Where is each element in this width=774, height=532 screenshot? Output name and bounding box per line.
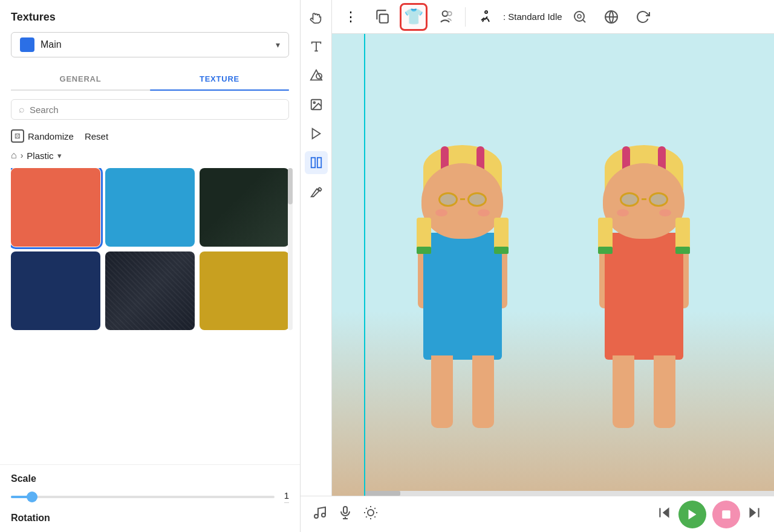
- animation-label: : Standard Idle: [503, 11, 562, 22]
- rotation-label: Rotation: [11, 513, 289, 524]
- library-tool[interactable]: [305, 151, 328, 174]
- shirt-icon: 👕: [404, 7, 423, 26]
- viewport: [332, 34, 774, 496]
- rotate-icon: [636, 10, 650, 24]
- search-row: ⌕: [0, 91, 300, 123]
- breadcrumb: ⌂ › Plastic ▾: [0, 148, 300, 166]
- texture-swatch-4[interactable]: [11, 251, 100, 330]
- globe-icon: [604, 10, 619, 24]
- bottom-left-icons: [313, 505, 378, 524]
- texture-swatch-3[interactable]: [200, 168, 289, 247]
- hand-tool[interactable]: [305, 6, 328, 29]
- rotation-section: Rotation: [0, 507, 300, 532]
- svg-point-22: [368, 510, 374, 516]
- avatar-icon: [437, 9, 453, 25]
- chevron-down-icon[interactable]: ▾: [57, 151, 62, 160]
- randomize-button[interactable]: ⚄ Randomize: [11, 129, 74, 143]
- paint-tool[interactable]: [305, 180, 328, 203]
- shapes-tool[interactable]: [305, 64, 328, 87]
- tab-general[interactable]: GENERAL: [11, 68, 150, 89]
- play-button[interactable]: [678, 501, 706, 528]
- animation-idle-button[interactable]: [472, 3, 499, 31]
- main-dropdown[interactable]: Main ▾: [11, 32, 289, 57]
- horizontal-scrollbar[interactable]: [364, 491, 774, 496]
- svg-point-14: [574, 11, 584, 21]
- duplicate-icon: [374, 9, 390, 25]
- scrollbar-track[interactable]: [288, 168, 293, 330]
- slider-underline: 1: [284, 490, 289, 503]
- breadcrumb-category: Plastic: [27, 151, 53, 161]
- search-box: ⌕: [11, 99, 289, 120]
- scale-value: 1: [284, 490, 289, 501]
- stop-button[interactable]: [712, 501, 740, 528]
- bottom-controls: [301, 496, 774, 532]
- svg-point-5: [313, 102, 315, 103]
- scale-slider[interactable]: [11, 496, 275, 498]
- svg-line-29: [366, 516, 366, 517]
- svg-rect-10: [380, 14, 388, 22]
- more-icon: ⋮: [344, 9, 357, 25]
- texture-swatch-5[interactable]: [105, 251, 195, 330]
- image-tool[interactable]: [305, 93, 328, 116]
- svg-marker-6: [312, 129, 320, 139]
- scrollbar-thumb[interactable]: [288, 168, 293, 204]
- texture-swatch-6[interactable]: [200, 251, 289, 330]
- svg-rect-8: [317, 158, 320, 168]
- svg-marker-31: [663, 507, 669, 517]
- slider-thumb[interactable]: [27, 491, 37, 502]
- svg-line-26: [374, 516, 375, 517]
- dropdown-row: Main ▾: [11, 32, 289, 57]
- right-panel: ⋮ 👕 : Standard: [301, 0, 774, 532]
- skip-forward-button[interactable]: [746, 505, 762, 524]
- chevron-down-icon: ▾: [276, 40, 280, 50]
- svg-rect-19: [343, 507, 347, 513]
- texture-grid: [11, 168, 293, 330]
- texture-grid-wrapper: [0, 166, 300, 464]
- dropdown-label: Main: [41, 39, 270, 50]
- character-left: [384, 145, 541, 484]
- home-icon[interactable]: ⌂: [11, 150, 17, 161]
- texture-swatch-2[interactable]: [105, 168, 195, 247]
- search-input[interactable]: [30, 105, 281, 115]
- texture-grid-scroll: [11, 168, 293, 330]
- left-panel: Textures Main ▾ GENERAL TEXTURE ⌕ ⚄ Rand…: [0, 0, 301, 532]
- video-tool[interactable]: [305, 122, 328, 145]
- toolbar-divider: [465, 7, 466, 27]
- dropdown-color-swatch: [20, 37, 34, 52]
- svg-marker-35: [749, 507, 756, 517]
- svg-point-11: [443, 11, 448, 16]
- animation-edit-button[interactable]: [566, 3, 594, 31]
- rotate-button[interactable]: [629, 3, 657, 31]
- panel-header: Textures Main ▾ GENERAL TEXTURE: [0, 0, 300, 91]
- vertical-toolbar: [301, 0, 332, 496]
- svg-point-15: [577, 15, 581, 18]
- panel-title: Textures: [11, 11, 289, 24]
- svg-point-13: [485, 11, 487, 13]
- texture-swatch-1[interactable]: [11, 168, 100, 247]
- global-button[interactable]: [597, 3, 625, 31]
- dice-icon: ⚄: [11, 129, 24, 143]
- texture-material-button[interactable]: 👕: [400, 3, 428, 31]
- viewport-characters: [332, 34, 774, 496]
- text-tool[interactable]: [305, 35, 328, 58]
- skip-back-button[interactable]: [657, 505, 672, 524]
- reset-button[interactable]: Reset: [85, 131, 108, 141]
- stop-icon: [721, 509, 732, 520]
- microphone-button[interactable]: [338, 505, 353, 524]
- top-toolbar: ⋮ 👕 : Standard: [332, 0, 774, 34]
- more-options-button[interactable]: ⋮: [337, 3, 365, 31]
- play-icon: [686, 508, 699, 521]
- avatar-button[interactable]: [431, 3, 459, 31]
- light-button[interactable]: [363, 505, 378, 524]
- animation-edit-icon: [573, 10, 587, 24]
- duplicate-button[interactable]: [368, 3, 396, 31]
- svg-rect-7: [311, 158, 314, 168]
- playback-controls: [657, 501, 762, 528]
- tab-texture[interactable]: TEXTURE: [150, 68, 289, 89]
- svg-line-25: [366, 508, 366, 508]
- svg-marker-33: [689, 509, 697, 519]
- svg-point-18: [322, 513, 325, 517]
- scale-label: Scale: [11, 473, 289, 484]
- breadcrumb-arrow: ›: [21, 151, 24, 160]
- music-button[interactable]: [313, 505, 327, 524]
